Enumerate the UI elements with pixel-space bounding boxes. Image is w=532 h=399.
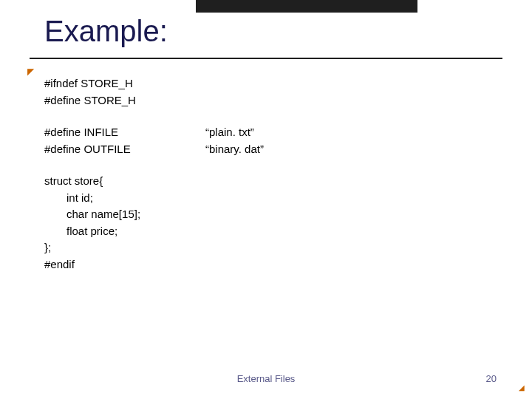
code-line: #define OUTFILE	[44, 141, 131, 158]
title-underline	[30, 58, 502, 59]
code-define-block-left: #define INFILE #define OUTFILE	[44, 124, 131, 157]
top-accent-bar	[196, 0, 417, 13]
footer-title: External Files	[0, 373, 532, 384]
slide: Example: ◤ #ifndef STORE_H #define STORE…	[0, 0, 532, 399]
accent-marker-icon: ◤	[27, 67, 34, 76]
code-line: float price;	[44, 223, 140, 240]
code-line: “plain. txt”	[205, 124, 264, 141]
corner-accent-icon: ◢	[519, 383, 525, 392]
code-line: #ifndef STORE_H	[44, 75, 136, 92]
code-line: #endif	[44, 256, 140, 273]
code-line: char name[15];	[44, 206, 140, 223]
code-line: #define INFILE	[44, 124, 131, 141]
code-guard-block: #ifndef STORE_H #define STORE_H	[44, 75, 136, 109]
code-line: int id;	[44, 190, 140, 207]
code-line: struct store{	[44, 173, 140, 190]
code-define-block-right: “plain. txt” “binary. dat”	[205, 124, 264, 157]
page-number: 20	[486, 373, 497, 384]
code-line: };	[44, 239, 140, 256]
code-line: “binary. dat”	[205, 141, 264, 158]
slide-title: Example:	[44, 15, 168, 48]
code-line: #define STORE_H	[44, 92, 136, 109]
code-struct-block: struct store{ int id; char name[15]; flo…	[44, 173, 140, 273]
